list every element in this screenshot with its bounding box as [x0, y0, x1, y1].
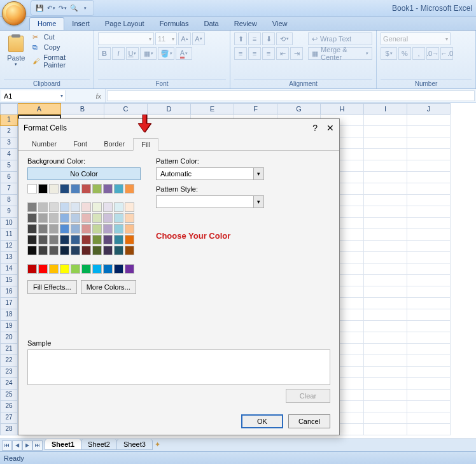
- decrease-indent-button[interactable]: ⇤: [276, 47, 289, 60]
- color-swatch[interactable]: [49, 246, 59, 255]
- bold-button[interactable]: B: [98, 47, 111, 60]
- color-swatch[interactable]: [38, 213, 48, 223]
- cell[interactable]: [364, 401, 407, 412]
- increase-decimal-button[interactable]: .0→: [426, 47, 439, 60]
- new-sheet-button[interactable]: ✦: [155, 440, 167, 451]
- color-swatch[interactable]: [114, 224, 123, 234]
- color-swatch[interactable]: [92, 246, 102, 255]
- cell[interactable]: [407, 367, 451, 378]
- cell[interactable]: [407, 183, 451, 195]
- color-swatch[interactable]: [71, 184, 80, 193]
- cell[interactable]: [407, 390, 451, 401]
- cell[interactable]: [364, 390, 407, 401]
- row-header-4[interactable]: 4: [0, 149, 18, 160]
- row-header-18[interactable]: 18: [0, 309, 18, 321]
- cell[interactable]: [407, 344, 451, 355]
- row-header-25[interactable]: 25: [0, 390, 18, 401]
- color-swatch[interactable]: [81, 246, 91, 255]
- row-header-19[interactable]: 19: [0, 321, 18, 332]
- cell[interactable]: [407, 275, 451, 286]
- dialog-tab-number[interactable]: Number: [24, 137, 65, 150]
- select-all-corner[interactable]: [0, 103, 18, 115]
- prev-sheet-button[interactable]: ◀: [12, 440, 22, 451]
- copy-button[interactable]: ⧉Copy: [31, 43, 90, 52]
- col-header-B[interactable]: B: [61, 103, 104, 115]
- cell[interactable]: [364, 206, 407, 218]
- print-preview-icon[interactable]: 🔍: [69, 3, 79, 13]
- row-header-27[interactable]: 27: [0, 412, 18, 424]
- color-swatch[interactable]: [49, 235, 59, 244]
- color-swatch[interactable]: [125, 246, 134, 255]
- ok-button[interactable]: OK: [241, 414, 283, 428]
- cell[interactable]: [407, 115, 451, 126]
- dialog-tab-font[interactable]: Font: [65, 137, 95, 150]
- cell[interactable]: [364, 275, 407, 286]
- color-swatch[interactable]: [81, 224, 91, 234]
- color-swatch[interactable]: [114, 202, 123, 212]
- color-swatch[interactable]: [27, 213, 37, 223]
- color-swatch[interactable]: [103, 264, 113, 274]
- cell[interactable]: [407, 195, 451, 206]
- tab-review[interactable]: Review: [227, 18, 265, 30]
- row-header-11[interactable]: 11: [0, 229, 18, 241]
- qat-customize-icon[interactable]: ▾: [80, 3, 90, 13]
- tab-view[interactable]: View: [265, 18, 295, 30]
- cell[interactable]: [364, 344, 407, 355]
- cell[interactable]: [364, 264, 407, 275]
- fill-color-button[interactable]: 🪣▾: [158, 47, 174, 60]
- comma-button[interactable]: ,: [412, 47, 425, 60]
- number-format-combo[interactable]: General▾: [381, 32, 451, 45]
- color-swatch[interactable]: [60, 213, 69, 223]
- row-header-23[interactable]: 23: [0, 367, 18, 378]
- more-colors-button[interactable]: More Colors...: [81, 280, 136, 294]
- next-sheet-button[interactable]: ▶: [22, 440, 32, 451]
- tab-insert[interactable]: Insert: [64, 18, 97, 30]
- color-swatch[interactable]: [49, 184, 59, 193]
- cell[interactable]: [364, 195, 407, 206]
- cell[interactable]: [364, 229, 407, 241]
- cell[interactable]: [364, 378, 407, 390]
- color-swatch[interactable]: [125, 213, 134, 223]
- percent-button[interactable]: %: [398, 47, 411, 60]
- cell[interactable]: [364, 115, 407, 126]
- row-header-16[interactable]: 16: [0, 286, 18, 298]
- cell[interactable]: [407, 378, 451, 390]
- color-swatch[interactable]: [103, 235, 113, 244]
- align-left-button[interactable]: ≡: [234, 47, 247, 60]
- cell[interactable]: [407, 264, 451, 275]
- color-swatch[interactable]: [114, 246, 123, 255]
- name-box[interactable]: A1▾: [1, 90, 66, 101]
- last-sheet-button[interactable]: ⏭: [32, 440, 43, 451]
- cell[interactable]: [364, 367, 407, 378]
- orientation-button[interactable]: ⟲▾: [276, 32, 293, 45]
- col-header-A[interactable]: A: [18, 103, 61, 115]
- col-header-J[interactable]: J: [407, 103, 451, 115]
- row-header-1[interactable]: 1: [0, 115, 18, 126]
- color-swatch[interactable]: [114, 264, 123, 274]
- color-swatch[interactable]: [60, 224, 69, 234]
- color-swatch[interactable]: [103, 184, 113, 193]
- pattern-style-select[interactable]: ▾: [156, 195, 264, 208]
- cell[interactable]: [364, 149, 407, 160]
- row-header-15[interactable]: 15: [0, 275, 18, 286]
- cell[interactable]: [364, 355, 407, 367]
- color-swatch[interactable]: [114, 235, 123, 244]
- tab-formulas[interactable]: Formulas: [152, 18, 197, 30]
- align-bottom-button[interactable]: ⬇: [262, 32, 275, 45]
- color-swatch[interactable]: [71, 264, 80, 274]
- redo-button[interactable]: ↷: [57, 3, 67, 13]
- cell[interactable]: [407, 149, 451, 160]
- color-swatch[interactable]: [71, 224, 80, 234]
- row-header-8[interactable]: 8: [0, 195, 18, 206]
- cell[interactable]: [407, 252, 451, 264]
- color-swatch[interactable]: [27, 264, 37, 274]
- color-swatch[interactable]: [38, 264, 48, 274]
- paste-button[interactable]: Paste ▾: [4, 32, 29, 70]
- dialog-tab-border[interactable]: Border: [95, 137, 133, 150]
- cell[interactable]: [407, 218, 451, 229]
- cell[interactable]: [407, 160, 451, 172]
- color-swatch[interactable]: [60, 246, 69, 255]
- sheet-tab-2[interactable]: Sheet2: [81, 439, 117, 450]
- color-swatch[interactable]: [38, 246, 48, 255]
- cell[interactable]: [407, 424, 451, 435]
